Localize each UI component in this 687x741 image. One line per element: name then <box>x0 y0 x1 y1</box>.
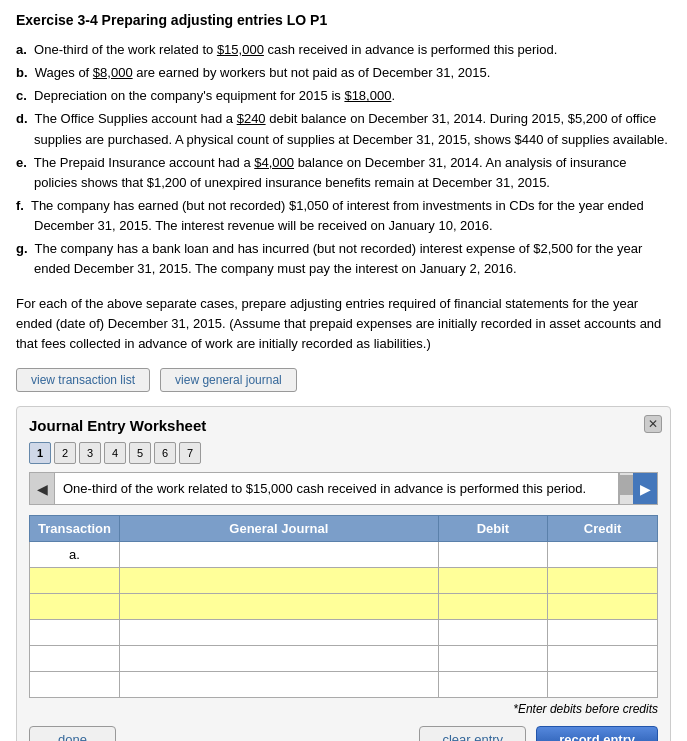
debit-input-1[interactable] <box>439 542 548 567</box>
close-button[interactable]: ✕ <box>644 415 662 433</box>
cell-transaction-4 <box>30 620 120 646</box>
cell-debit-5[interactable] <box>438 646 548 672</box>
problem-g: g. The company has a bank loan and has i… <box>16 239 671 279</box>
step-buttons-row: 1 2 3 4 5 6 7 <box>29 442 658 464</box>
cell-credit-3[interactable] <box>548 594 658 620</box>
cell-debit-2[interactable] <box>438 568 548 594</box>
problem-b: b. Wages of $8,000 are earned by workers… <box>16 63 671 83</box>
credit-input-5[interactable] <box>548 646 657 671</box>
problem-a: a. One-third of the work related to $15,… <box>16 40 671 60</box>
instructions-text: For each of the above separate cases, pr… <box>16 294 671 354</box>
cell-transaction-3 <box>30 594 120 620</box>
table-row <box>30 594 658 620</box>
cell-transaction-5 <box>30 646 120 672</box>
cell-journal-4[interactable] <box>119 620 438 646</box>
step-button-2[interactable]: 2 <box>54 442 76 464</box>
cell-debit-3[interactable] <box>438 594 548 620</box>
credit-input-6[interactable] <box>548 672 657 697</box>
step-button-5[interactable]: 5 <box>129 442 151 464</box>
credit-input-4[interactable] <box>548 620 657 645</box>
col-debit: Debit <box>438 516 548 542</box>
clear-entry-button[interactable]: clear entry <box>419 726 526 741</box>
journal-input-6[interactable] <box>120 672 438 697</box>
cell-transaction-2 <box>30 568 120 594</box>
col-general-journal: General Journal <box>119 516 438 542</box>
cell-credit-2[interactable] <box>548 568 658 594</box>
cell-journal-3[interactable] <box>119 594 438 620</box>
journal-input-3[interactable] <box>120 594 438 619</box>
journal-table: Transaction General Journal Debit Credit… <box>29 515 658 698</box>
step-button-7[interactable]: 7 <box>179 442 201 464</box>
debit-input-3[interactable] <box>439 594 548 619</box>
worksheet-title: Journal Entry Worksheet <box>29 417 658 434</box>
description-scrollbar[interactable] <box>619 473 633 505</box>
cell-journal-2[interactable] <box>119 568 438 594</box>
description-text: One-third of the work related to $15,000… <box>54 473 619 505</box>
table-row <box>30 672 658 698</box>
cell-transaction-6 <box>30 672 120 698</box>
scrollbar-thumb <box>620 475 633 495</box>
step-button-3[interactable]: 3 <box>79 442 101 464</box>
debit-input-5[interactable] <box>439 646 548 671</box>
journal-input-5[interactable] <box>120 646 438 671</box>
description-area: ◀ One-third of the work related to $15,0… <box>29 472 658 506</box>
problem-f: f. The company has earned (but not recor… <box>16 196 671 236</box>
cell-credit-6[interactable] <box>548 672 658 698</box>
next-step-button[interactable]: ▶ <box>633 473 657 505</box>
problem-c: c. Depreciation on the company's equipme… <box>16 86 671 106</box>
view-transaction-list-button[interactable]: view transaction list <box>16 368 150 392</box>
prev-step-button[interactable]: ◀ <box>30 473 54 505</box>
table-row <box>30 620 658 646</box>
action-buttons: view transaction list view general journ… <box>16 368 671 392</box>
step-button-6[interactable]: 6 <box>154 442 176 464</box>
cell-credit-4[interactable] <box>548 620 658 646</box>
debit-input-2[interactable] <box>439 568 548 593</box>
col-credit: Credit <box>548 516 658 542</box>
bottom-buttons-row: done clear entry record entry <box>29 726 658 741</box>
credit-input-3[interactable] <box>548 594 657 619</box>
debit-credit-note: *Enter debits before credits <box>29 702 658 716</box>
cell-transaction-1: a. <box>30 542 120 568</box>
debit-input-6[interactable] <box>439 672 548 697</box>
credit-input-2[interactable] <box>548 568 657 593</box>
problem-list: a. One-third of the work related to $15,… <box>16 40 671 280</box>
cell-debit-4[interactable] <box>438 620 548 646</box>
col-transaction: Transaction <box>30 516 120 542</box>
done-button[interactable]: done <box>29 726 116 741</box>
debit-input-4[interactable] <box>439 620 548 645</box>
cell-debit-6[interactable] <box>438 672 548 698</box>
table-row: a. <box>30 542 658 568</box>
credit-input-1[interactable] <box>548 542 657 567</box>
problem-e: e. The Prepaid Insurance account had a $… <box>16 153 671 193</box>
cell-credit-1[interactable] <box>548 542 658 568</box>
cell-credit-5[interactable] <box>548 646 658 672</box>
table-row <box>30 568 658 594</box>
cell-journal-6[interactable] <box>119 672 438 698</box>
step-button-4[interactable]: 4 <box>104 442 126 464</box>
page-title: Exercise 3-4 Preparing adjusting entries… <box>16 12 671 28</box>
cell-debit-1[interactable] <box>438 542 548 568</box>
cell-journal-1[interactable] <box>119 542 438 568</box>
journal-entry-worksheet-panel: Journal Entry Worksheet ✕ 1 2 3 4 5 6 7 … <box>16 406 671 741</box>
record-entry-button[interactable]: record entry <box>536 726 658 741</box>
problem-d: d. The Office Supplies account had a $24… <box>16 109 671 149</box>
step-button-1[interactable]: 1 <box>29 442 51 464</box>
table-row <box>30 646 658 672</box>
cell-journal-5[interactable] <box>119 646 438 672</box>
view-general-journal-button[interactable]: view general journal <box>160 368 297 392</box>
journal-input-1[interactable] <box>120 542 438 567</box>
journal-input-2[interactable] <box>120 568 438 593</box>
journal-input-4[interactable] <box>120 620 438 645</box>
